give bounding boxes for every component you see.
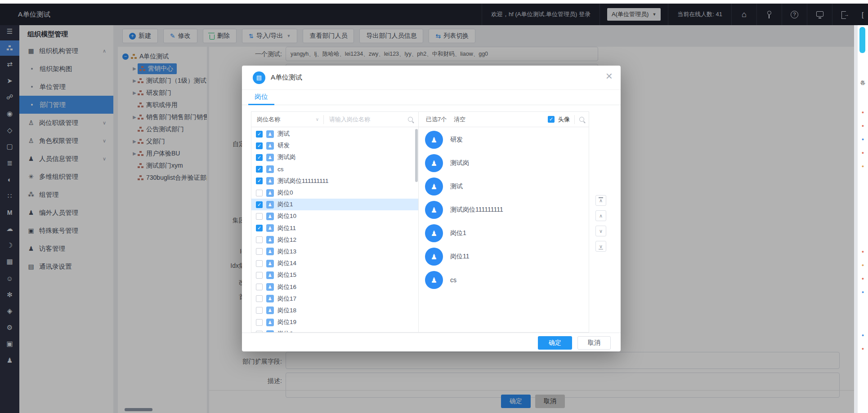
move-to-top-button[interactable]: ∧ xyxy=(595,195,606,206)
avatar-checkbox[interactable] xyxy=(548,116,555,123)
position-label: 岗位10 xyxy=(277,212,296,220)
position-row-岗位10[interactable]: ♟岗位10 xyxy=(251,210,418,222)
position-search-input[interactable]: 请输入岗位名称 xyxy=(329,115,408,124)
dialog-header: ▤ A单位测试 × xyxy=(242,66,621,90)
dialog-cancel-button[interactable]: 取消 xyxy=(577,336,611,350)
selected-position-label: 研发 xyxy=(450,136,463,144)
edge-glyph: ● xyxy=(858,138,868,142)
edge-glyph: ● xyxy=(858,290,868,294)
position-row-岗位13[interactable]: ♟岗位13 xyxy=(251,246,418,258)
list-scrollbar-thumb[interactable] xyxy=(415,129,418,182)
position-label: 岗位12 xyxy=(277,236,296,244)
page-scrollbar-track[interactable] xyxy=(854,25,858,413)
position-label: 测试岗 xyxy=(277,153,296,161)
position-badge-icon: ♟ xyxy=(266,248,274,255)
position-row-岗位17[interactable]: ♟岗位17 xyxy=(251,293,418,305)
move-to-bottom-button[interactable]: ∨ xyxy=(595,241,606,252)
clear-selection-link[interactable]: 清空 xyxy=(454,115,465,124)
dialog-body: 岗位名称 ∨ 请输入岗位名称 已选7个 清空 头像 xyxy=(242,105,621,333)
selected-position-label: 测试 xyxy=(450,182,463,191)
position-list: ♟测试♟研发♟测试岗♟cs♟测试岗位111111111♟岗位0♟岗位1♟岗位10… xyxy=(251,127,419,332)
selected-position-研发[interactable]: ♟研发 xyxy=(419,128,589,151)
position-row-测试岗位111111111[interactable]: ♟测试岗位111111111 xyxy=(251,175,418,187)
selected-position-测试[interactable]: ♟测试 xyxy=(419,175,589,198)
transfer-header-row: 岗位名称 ∨ 请输入岗位名称 已选7个 清空 头像 xyxy=(251,112,589,127)
selected-position-测试岗[interactable]: ♟测试岗 xyxy=(419,151,589,175)
checkbox xyxy=(256,236,263,243)
position-row-岗位2[interactable]: ♟岗位2 xyxy=(251,328,418,332)
checkbox xyxy=(256,307,263,314)
checkbox xyxy=(256,142,263,149)
position-row-研发[interactable]: ♟研发 xyxy=(251,140,418,151)
position-row-岗位19[interactable]: ♟岗位19 xyxy=(251,316,418,328)
edge-glyph: ● xyxy=(858,347,868,351)
position-label: 岗位1 xyxy=(277,200,293,209)
position-row-岗位14[interactable]: ♟岗位14 xyxy=(251,258,418,269)
position-row-岗位16[interactable]: ♟岗位16 xyxy=(251,281,418,293)
selected-count: 已选7个 xyxy=(426,115,447,124)
edge-scrollbar-thumb[interactable] xyxy=(859,27,865,53)
selected-position-测试岗位111111111[interactable]: ♟测试岗位111111111 xyxy=(419,198,589,222)
position-row-cs[interactable]: ♟cs xyxy=(251,164,418,175)
avatar-icon: ♟ xyxy=(425,131,443,149)
dialog-confirm-button[interactable]: 确定 xyxy=(538,336,572,350)
search-icon[interactable] xyxy=(579,117,584,122)
position-badge-icon: ♟ xyxy=(266,142,274,150)
checkbox xyxy=(256,225,263,231)
position-label: 测试岗位111111111 xyxy=(277,177,329,185)
avatar-icon: ♟ xyxy=(425,178,443,195)
position-label: 岗位15 xyxy=(277,271,296,279)
position-label: 测试 xyxy=(277,130,290,138)
position-row-测试岗[interactable]: ♟测试岗 xyxy=(251,151,418,163)
checkbox xyxy=(256,248,263,255)
selected-header-right: 已选7个 清空 头像 xyxy=(419,112,589,127)
selected-position-label: 岗位11 xyxy=(450,253,470,261)
move-up-button[interactable]: ∧ xyxy=(595,210,606,221)
avatar-label: 头像 xyxy=(558,115,570,124)
position-row-岗位12[interactable]: ♟岗位12 xyxy=(251,234,418,246)
position-label: 岗位18 xyxy=(277,306,296,315)
reorder-arrows: ∧ ∧ ∨ ∨ xyxy=(589,195,613,333)
search-icon[interactable] xyxy=(408,117,413,122)
position-row-岗位18[interactable]: ♟岗位18 xyxy=(251,305,418,316)
position-row-岗位15[interactable]: ♟岗位15 xyxy=(251,269,418,281)
edge-glyph: ● xyxy=(858,124,868,128)
position-label: 岗位2 xyxy=(277,330,293,332)
selected-position-岗位1[interactable]: ♟岗位1 xyxy=(419,222,589,245)
position-row-测试[interactable]: ♟测试 xyxy=(251,128,418,140)
selected-position-label: cs xyxy=(450,276,456,284)
field-type-select[interactable]: 岗位名称 ∨ xyxy=(251,115,323,124)
checkbox xyxy=(256,284,263,290)
tab-position[interactable]: 岗位 xyxy=(248,90,274,105)
close-icon[interactable]: × xyxy=(606,70,613,82)
position-badge-icon: ♟ xyxy=(266,260,274,267)
top-white-strip xyxy=(0,0,868,4)
move-down-button[interactable]: ∨ xyxy=(595,226,606,236)
position-badge-icon: ♟ xyxy=(266,213,274,220)
edge-glyph: ● xyxy=(858,277,868,281)
selected-position-cs[interactable]: ♟cs xyxy=(419,268,589,292)
checkbox xyxy=(256,154,263,161)
edge-glyph: ● xyxy=(858,250,868,254)
edge-glyph: ● xyxy=(858,164,868,169)
dialog-footer: 确定 取消 xyxy=(242,333,621,352)
chevron-down-icon: ∨ xyxy=(316,117,319,122)
position-label: 岗位0 xyxy=(277,189,293,197)
edge-glyph: ● xyxy=(858,151,868,155)
checkbox xyxy=(256,295,263,302)
checkbox xyxy=(256,166,263,173)
edge-glyph: ● xyxy=(858,333,868,338)
position-row-岗位0[interactable]: ♟岗位0 xyxy=(251,187,418,199)
checkbox xyxy=(256,131,263,138)
transfer-box: 岗位名称 ∨ 请输入岗位名称 已选7个 清空 头像 xyxy=(251,111,589,333)
selected-position-label: 测试岗位111111111 xyxy=(450,206,503,214)
position-select-dialog: ▤ A单位测试 × 岗位 岗位名称 ∨ 请输入岗位名称 xyxy=(242,66,621,351)
position-label: 岗位17 xyxy=(277,295,296,303)
selected-position-岗位11[interactable]: ♟岗位11 xyxy=(419,245,589,268)
position-row-岗位1[interactable]: ♟岗位1 xyxy=(251,199,418,210)
position-row-岗位11[interactable]: ♟岗位11 xyxy=(251,222,418,234)
position-badge-icon: ♟ xyxy=(266,130,274,138)
checkbox xyxy=(256,272,263,279)
edge-glyph: ● xyxy=(858,263,868,267)
edge-glyph: ● xyxy=(858,111,868,115)
